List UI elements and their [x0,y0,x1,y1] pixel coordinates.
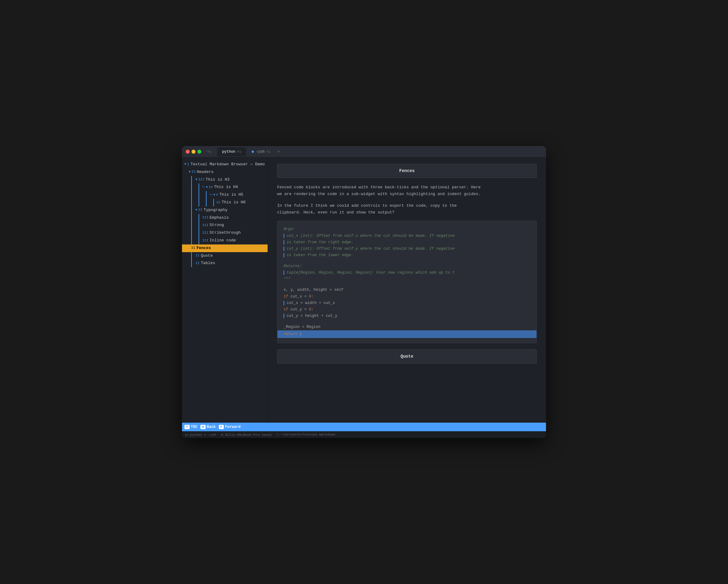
code-line-cuty2: is taken from the lower edge. [284,252,530,258]
back-label: Back [207,425,216,429]
code-if-cutx: if cut_x < 0: [284,295,314,299]
back-button[interactable]: B Back [201,425,215,429]
code-tuple: tuple[Region, Region, Region, Region]: F… [284,271,455,275]
minimize-button[interactable] [191,150,196,154]
sidebar-item-fences[interactable]: II Fences [182,245,268,252]
tree-label-h6: This is H6 [222,199,245,206]
sidebar-item-h4[interactable]: └─ ▼ IV This is H4 [199,184,268,191]
tree-level-headers: II [191,169,196,175]
status-python-zsh: ﬦ python ✦ -zsh [185,433,216,437]
tree-level-h6: VI [216,200,220,205]
tree-arrow-h3: ▼ [196,177,197,182]
code-block[interactable]: Args: cut_x (int): Offset from self.x wh… [277,221,537,343]
code-cuty-assign: cut_y = height + cut_y [284,314,337,318]
code-cutx: cut_x (int): Offset from self.x where th… [284,234,455,238]
statusbar: ﬦ python ✦ -zsh ⊟ Wills-MacBook-Pro.loca… [182,431,546,438]
tree-label-tables: Tables [201,260,215,267]
sidebar-item-strikethrough[interactable]: III Strikethrough [199,229,268,237]
tree-connector-h4: └─ [202,185,205,190]
sidebar-item-strong[interactable]: III Strong [199,221,268,229]
code-line-cutx2: is taken from the right edge. [284,239,530,246]
tree-arrow-root: ▼ [184,162,186,167]
back-key: B [201,425,206,429]
tree-level-emphasis: III [202,215,208,221]
tree-level-root: I [187,162,189,167]
forward-label: Forward [225,425,240,429]
status-path-text: □ ~/projects/textual-markdown [277,433,335,437]
tree-label-h3: This is H3 [206,177,230,183]
code-blank3 [284,319,530,324]
code-line-region: _Region = Region [284,324,530,330]
titlebar-shortcut: ⌃⌘1 [206,150,212,154]
code-blank1 [284,259,530,263]
tab-python[interactable]: python ⌘1 [217,147,246,157]
tree-label-inline-code: Inline code [210,238,236,244]
content-area[interactable]: Fences Fenced code blocks are introduced… [268,158,546,423]
tree-label-h5: This is H5 [219,192,243,198]
sidebar-item-h5[interactable]: └─ ▼ V This is H5 [207,191,268,199]
code-if-cuty: if cut_y < 0: [284,307,314,312]
code-line-returns: Returns: [284,263,530,270]
tree-label-strikethrough: Strikethrough [210,230,241,236]
tree-label-strong: Strong [210,222,224,228]
code-cuty: cut_y (int): Offset from self.y where th… [284,247,455,251]
tree-arrow-h5: ▼ [213,193,215,197]
sidebar-item-quote[interactable]: II Quote [192,252,268,260]
tree-level-typography: II [198,207,202,213]
tree-label-fences: Fences [197,245,211,251]
toc-button[interactable]: T TOC [184,425,197,429]
code-cutx-assign: cut_x = width + cut_x [284,301,335,305]
status-path: □ ~/projects/textual-markdown [277,433,335,437]
tab-python-shortcut: ⌘1 [237,150,241,154]
tree-level-inline-code: III [202,238,208,244]
code-line-unpack: x, y, width, height = self [284,287,530,293]
sidebar-item-typography[interactable]: ▼ II Typography [192,206,268,214]
sidebar-item-tables[interactable]: II Tables [192,259,268,267]
tree-level-h5: V [216,192,218,198]
main-area: ▼ I Textual Markdown Browser — Demo ▼ II… [182,158,546,423]
fences-paragraph1: Fenced code blocks are introduced with t… [277,184,537,197]
sidebar: ▼ I Textual Markdown Browser — Demo ▼ II… [182,158,268,423]
tabs: python ⌘1 -zsh ⌘2 + [217,147,542,157]
tree-arrow-typography: ▼ [196,207,197,213]
tree-level-strikethrough: III [202,230,208,236]
sidebar-item-h6[interactable]: VI This is H6 [214,199,268,206]
sidebar-item-h3[interactable]: ▼ III This is H3 [192,176,268,184]
code-line-args: Args: [284,226,530,232]
tree-connector-h5: └─ [209,193,213,197]
code-region: _Region = Region [284,325,320,329]
forward-button[interactable]: F Forward [219,425,241,429]
code-line-return: return ( [278,330,537,338]
sidebar-item-inline-code[interactable]: III Inline code [199,237,268,245]
code-cuty2: is taken from the lower edge. [284,253,354,257]
tab-zsh[interactable]: -zsh ⌘2 [247,147,275,157]
code-args-label: Args: [284,227,295,231]
code-return: return ( [284,332,302,336]
toc-label: TOC [191,425,198,429]
tree-level-h4: IV [209,185,213,190]
code-returns: Returns: [284,264,302,268]
tree-label-root: Textual Markdown Browser — Demo [190,161,265,168]
code-line-cuty: cut_y (int): Offset from self.y where th… [284,246,530,252]
app-window: ⌃⌘1 python ⌘1 -zsh ⌘2 + ▼ I Textual Mark… [182,146,546,438]
code-docstring: """ [284,277,291,281]
code-line-cuty-assign: cut_y = height + cut_y [284,313,530,319]
tree-arrow-headers: ▼ [189,170,190,174]
sidebar-item-headers[interactable]: ▼ II Headers [182,168,268,176]
maximize-button[interactable] [197,150,201,154]
new-tab-button[interactable]: + [277,149,280,155]
tree-label-h4: This is H4 [214,184,238,191]
close-button[interactable] [186,150,190,154]
code-cutx2: is taken from the right edge. [284,240,354,245]
code-blank2 [284,282,530,287]
code-line-if-cutx: if cut_x < 0: [284,294,530,300]
tree-level-tables: II [196,261,200,266]
code-line-cutx-assign: cut_x = width + cut_x [284,300,530,306]
sidebar-item-emphasis[interactable]: III Emphasis [199,214,268,222]
traffic-lights [186,150,201,154]
sidebar-item-root[interactable]: ▼ I Textual Markdown Browser — Demo [182,161,268,168]
code-line-cutx: cut_x (int): Offset from self.x where th… [284,233,530,239]
tree-label-headers: Headers [197,169,214,175]
tab-python-label: python [222,150,235,154]
code-unpack: x, y, width, height = self [284,288,343,292]
